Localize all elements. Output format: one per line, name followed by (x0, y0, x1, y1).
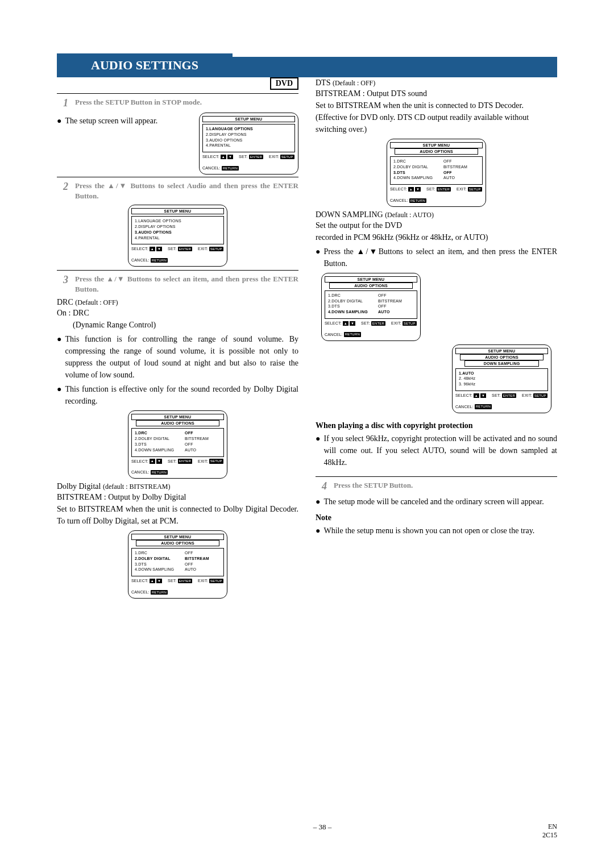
osd-body: 1.DRCOFF 2.DOLBY DIGITALBITSTREAM 3.DTSO… (131, 548, 224, 576)
bullet-text: While the setup menu is shown you can no… (323, 525, 534, 537)
osd-footer: SELECT: ▲▼ SET: ENTER EXIT: SETUP CANCEL… (325, 321, 417, 338)
osd-body: 1.LANGUAGE OPTIONS 2.DISPLAY OPTIONS 3.A… (131, 216, 224, 244)
osd-setup-menu-audio-selected: SETUP MENU 1.LANGUAGE OPTIONS 2.DISPLAY … (128, 205, 227, 267)
step-4: 4 Press the SETUP Button. (316, 480, 557, 492)
divider (57, 270, 298, 271)
page-footer: – 38 – EN 2C15 (57, 817, 557, 845)
bullet-dot: ● (57, 115, 61, 127)
drc-heading: DRC (Default : OFF) (57, 298, 298, 307)
osd-title: SETUP MENU (202, 116, 295, 122)
osd-body: 1.LANGUAGE OPTIONS 2.DISPLAY OPTIONS 3.A… (202, 124, 295, 152)
bullet-dot: ● (57, 333, 61, 381)
section-banner: AUDIO SETTINGS (57, 57, 557, 77)
bullet: ● This function is for controlling the r… (57, 333, 298, 381)
osd-audio-dts: SETUP MENU AUDIO OPTIONS 1.DRCOFF 2.DOLB… (387, 139, 486, 207)
copyright-heading: When playing a disc with copyright prote… (316, 421, 557, 430)
step-text: Press the ▲/▼ Buttons to select an item,… (75, 274, 298, 294)
bullet-text: The setup mode will be canceled and the … (323, 496, 544, 508)
osd-subtitle: AUDIO OPTIONS (136, 540, 219, 546)
step-number: 2 (57, 181, 68, 201)
osd-audio-drc: SETUP MENU AUDIO OPTIONS 1.DRCOFF 2.DOLB… (128, 410, 227, 479)
osd-subtitle: AUDIO OPTIONS (460, 354, 544, 360)
bullet-text: This function is for controlling the ran… (65, 333, 298, 381)
step-number: 3 (57, 274, 68, 294)
osd-audio-dolby: SETUP MENU AUDIO OPTIONS 1.DRCOFF 2.DOLB… (128, 530, 227, 599)
dolby-heading: Dolby Digital (default : BITSTREAM) (57, 482, 298, 491)
osd-title: SETUP MENU (131, 534, 224, 540)
step-number: 4 (316, 480, 327, 492)
ds-line2: recorded in PCM 96kHz (96kHz or 48kHz, o… (316, 231, 557, 243)
osd-item: 4.PARENTAL (206, 143, 292, 148)
divider (316, 476, 557, 477)
osd-body: 1.DRCOFF 2.DOLBY DIGITALBITSTREAM 3.DTSO… (131, 428, 224, 456)
bullet-text: Press the ▲/▼Buttons to select an item, … (323, 246, 557, 269)
osd-item: 4.PARENTAL (135, 235, 221, 241)
dts-line3: (Effective for DVD only. DTS CD output r… (316, 111, 557, 135)
osd-setup-menu: SETUP MENU 1.LANGUAGE OPTIONS 2.DISPLAY … (199, 113, 298, 175)
step-1: 1 Press the SETUP Button in STOP mode. (57, 97, 298, 109)
osd-footer: SELECT: ▲▼ SET: ENTER EXIT: SETUP CANCEL… (131, 459, 224, 476)
down-sampling-heading: DOWN SAMPLING (Default : AUTO) (316, 210, 557, 219)
osd-item: 1.LANGUAGE OPTIONS (135, 218, 221, 224)
bullet-text: The setup screen will appear. (65, 115, 157, 127)
step-3: 3 Press the ▲/▼ Buttons to select an ite… (57, 274, 298, 294)
dts-line1: BITSTREAM : Output DTS sound (316, 88, 557, 99)
osd-item: 2.DISPLAY OPTIONS (206, 132, 292, 138)
osd-title: SETUP MENU (131, 414, 224, 420)
bullet: ● The setup screen will appear. (57, 115, 192, 127)
osd-title: SETUP MENU (390, 142, 483, 148)
dts-heading: DTS (Default : OFF) (316, 78, 557, 88)
step-number: 1 (57, 97, 68, 109)
osd-footer: SELECT: ▲▼ SET: ENTER EXIT: SETUP CANCEL… (202, 154, 295, 171)
osd-footer: SELECT: ▲▼ SET: ENTER EXIT: SETUP CANCEL… (131, 578, 224, 595)
osd-subtitle2: DOWN SAMPLING (464, 360, 539, 367)
dolby-line1: BITSTREAM : Output by Dolby Digital (57, 491, 298, 503)
step-text: Press the ▲/▼ Buttons to select Audio an… (75, 181, 298, 201)
bullet-dot: ● (316, 246, 320, 269)
divider (57, 93, 298, 94)
osd-subtitle: AUDIO OPTIONS (329, 283, 413, 289)
osd-item: 1.LANGUAGE OPTIONS (206, 126, 292, 132)
bullet: ● The setup mode will be canceled and th… (316, 496, 557, 508)
osd-body: 1.DRCOFF 2.DOLBY DIGITALBITSTREAM 3.DTSO… (390, 156, 483, 185)
bullet-dot: ● (57, 383, 61, 407)
bullet: ● While the setup menu is shown you can … (316, 525, 557, 537)
bullet: ● This function is effective only for th… (57, 383, 298, 407)
step-text: Press the SETUP Button in STOP mode. (75, 97, 202, 109)
dvd-badge: DVD (270, 77, 298, 90)
osd-footer: SELECT: ▲▼ SET: ENTER EXIT: SETUP CANCEL… (455, 393, 548, 410)
osd-item: 3. 96kHz (459, 381, 545, 387)
drc-on: On : DRC (57, 307, 298, 319)
bullet-dot: ● (316, 525, 320, 537)
drc-subtitle: (Dynamic Range Control) (57, 319, 298, 331)
osd-item: 3.AUDIO OPTIONS (135, 230, 221, 235)
osd-item: 2.DISPLAY OPTIONS (135, 224, 221, 230)
osd-title: SETUP MENU (325, 276, 417, 283)
bullet: ● Press the ▲/▼Buttons to select an item… (316, 246, 557, 269)
bullet-text: If you select 96kHz, copyright protectio… (323, 433, 557, 468)
ds-line1: Set the output for the DVD (316, 219, 557, 231)
left-column: DVD 1 Press the SETUP Button in STOP mod… (57, 77, 298, 602)
bullet: ● If you select 96kHz, copyright protect… (316, 433, 557, 468)
osd-item: 1.AUTO (459, 371, 545, 376)
osd-subtitle: AUDIO OPTIONS (395, 148, 478, 155)
page-number: – 38 – (102, 823, 542, 840)
step-2: 2 Press the ▲/▼ Buttons to select Audio … (57, 181, 298, 201)
osd-title: SETUP MENU (131, 208, 224, 214)
osd-item: 3.AUDIO OPTIONS (206, 138, 292, 143)
step-text: Press the SETUP Button. (334, 480, 413, 492)
right-column: DTS (Default : OFF) BITSTREAM : Output D… (316, 77, 557, 602)
osd-item: 2. 48kHz (459, 376, 545, 381)
note-heading: Note (316, 513, 557, 522)
osd-footer: SELECT: ▲▼ SET: ENTER EXIT: SETUP CANCEL… (390, 186, 483, 203)
bullet-dot: ● (316, 433, 320, 468)
divider (57, 177, 298, 177)
bullet-dot: ● (316, 496, 320, 508)
osd-body: 1.AUTO 2. 48kHz 3. 96kHz (455, 368, 548, 391)
footer-right: EN 2C15 (542, 823, 557, 840)
section-title: AUDIO SETTINGS (57, 53, 233, 77)
dts-line2: Set to BITSTREAM when the unit is connec… (316, 99, 557, 111)
osd-body: 1.DRCOFF 2.DOLBY DIGITALBITSTREAM 3.DTSO… (325, 290, 417, 319)
osd-audio-down-sampling: SETUP MENU AUDIO OPTIONS 1.DRCOFF 2.DOLB… (321, 273, 421, 341)
dolby-line2: Set to BITSTREAM when the unit is connec… (57, 503, 298, 527)
